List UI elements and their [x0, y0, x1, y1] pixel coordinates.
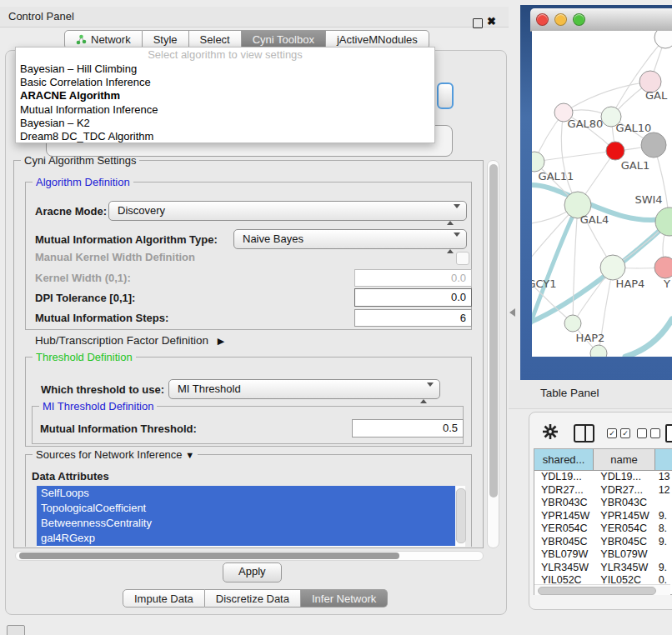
node-label-gal: GAL: [645, 89, 668, 102]
table-cell: YBL079W: [534, 548, 594, 562]
which-threshold-combo[interactable]: MI Threshold: [168, 379, 440, 399]
algorithm-option-basic-correlation-inference[interactable]: Basic Correlation Inference: [16, 76, 434, 89]
network-edge-thick[interactable]: [532, 222, 669, 324]
table-cell: YLR345W: [594, 562, 654, 575]
bottom-tab-infer-network[interactable]: Infer Network: [301, 589, 388, 608]
algorithm-option-mutual-information-inference[interactable]: Mutual Information Inference: [16, 103, 434, 117]
tab-label: Select: [200, 33, 230, 46]
column-header-name[interactable]: name: [594, 449, 654, 471]
node-gal1[interactable]: [606, 142, 624, 160]
attribute-item-selfloops[interactable]: SelfLoops: [37, 486, 455, 501]
table-row[interactable]: YBL079WYBL079W: [534, 548, 672, 562]
network-edge[interactable]: [573, 205, 578, 323]
node-gal11[interactable]: [532, 152, 544, 172]
scrollbar-thumb[interactable]: [19, 552, 399, 559]
collapsed-arrow-icon: ▶: [218, 336, 224, 346]
minimized-panel-icon[interactable]: [7, 625, 25, 635]
node-label-gal4: GAL4: [580, 213, 609, 226]
mi-steps-field[interactable]: 6: [354, 309, 472, 327]
network-graph[interactable]: GALGAL80GAL10GAL1GAL11GAL4SWI4GCY1HAP4YH…: [532, 31, 672, 357]
table-cell: YIL052C: [594, 574, 654, 584]
algorithm-option-bayesian-hill-climbing[interactable]: Bayesian – Hill Climbing: [16, 62, 434, 76]
tab-label: Discretize Data: [216, 592, 289, 605]
aracne-mode-label: Aracne Mode:: [35, 205, 107, 218]
zoom-window-button[interactable]: [573, 13, 585, 26]
close-icon[interactable]: ✖: [487, 15, 496, 28]
column-header-shared[interactable]: shared...: [534, 449, 594, 471]
close-window-button[interactable]: [536, 13, 549, 26]
data-attributes-label: Data Attributes: [32, 470, 109, 482]
dpi-tolerance-label: DPI Tolerance [0,1]:: [35, 292, 135, 304]
node-label-gcy1: GCY1: [532, 278, 557, 290]
sources-title-text: Sources for Network Inference: [36, 448, 183, 461]
apply-button[interactable]: Apply: [223, 562, 282, 582]
node-y[interactable]: [654, 257, 672, 278]
scrollbar-thumb[interactable]: [538, 587, 656, 595]
hub-definition-toggle[interactable]: Hub/Transcription Factor Definition ▶: [35, 334, 224, 347]
kernel-width-field[interactable]: 0.0: [354, 269, 472, 287]
table-cell: 9.: [655, 510, 672, 523]
export-table-icon[interactable]: [665, 424, 672, 442]
table-cell: 9.: [655, 562, 672, 575]
node-label-gal10: GAL10: [616, 122, 652, 134]
dpi-tolerance-field[interactable]: 0.0: [354, 288, 472, 307]
tab-label: Infer Network: [312, 592, 376, 605]
table-row[interactable]: YBR043CYBR043C: [534, 497, 672, 510]
settings-horizontal-scrollbar[interactable]: [15, 551, 484, 561]
mi-threshold-field[interactable]: 0.5: [352, 419, 464, 438]
table-row[interactable]: YIL052CYIL052C0.: [534, 574, 672, 584]
bottom-tab-impute-data[interactable]: Impute Data: [123, 589, 205, 608]
network-canvas[interactable]: GALGAL80GAL10GAL1GAL11GAL4SWI4GCY1HAP4YH…: [532, 31, 672, 357]
minimize-window-button[interactable]: [554, 13, 567, 26]
attribute-item-gal4rgexp[interactable]: gal4RGexp: [37, 531, 455, 546]
attributes-scrollbar[interactable]: [456, 488, 466, 543]
column-layout-icon[interactable]: [574, 424, 594, 442]
float-window-icon[interactable]: [473, 18, 483, 28]
mi-type-combo[interactable]: Naive Bayes: [233, 229, 467, 249]
node-label-gal11: GAL11: [539, 170, 574, 182]
node-hap4[interactable]: [600, 255, 625, 280]
node-label-swi4: SWI4: [634, 193, 662, 206]
column-header-a[interactable]: A: [655, 449, 672, 471]
scrollbar-thumb[interactable]: [489, 164, 498, 498]
network-edge[interactable]: [534, 151, 615, 162]
mi-steps-label: Mutual Information Steps:: [35, 312, 168, 324]
screen: Control Panel ✖ NetworkStyleSelectCyni T…: [0, 0, 672, 635]
tab-label: Impute Data: [134, 592, 193, 605]
mi-threshold-label: Mutual Information Threshold:: [40, 422, 197, 435]
bottom-tab-discretize-data[interactable]: Discretize Data: [205, 589, 301, 608]
aracne-mode-combo[interactable]: Discovery: [108, 201, 467, 221]
aracne-mode-value: Discovery: [118, 204, 165, 217]
data-attributes-list[interactable]: SelfLoopsTopologicalCoefficientBetweenne…: [37, 486, 465, 547]
table-row[interactable]: YER054CYER054C8.: [534, 522, 672, 536]
table-row[interactable]: YDR27...YDR27...12: [534, 484, 672, 498]
table-cell: YBR045C: [534, 536, 594, 549]
algorithm-option-dream8-dc-tdc-algorithm[interactable]: Dream8 DC_TDC Algorithm: [16, 130, 434, 143]
algorithm-option-aracne-algorithm[interactable]: ARACNE Algorithm: [16, 89, 434, 102]
attribute-item-betweennesscentrality[interactable]: BetweennessCentrality: [37, 516, 455, 531]
table-horizontal-scrollbar[interactable]: [534, 584, 670, 595]
select-all-checks-icon[interactable]: ✓✓: [607, 428, 630, 438]
attribute-item-topologicalcoefficient[interactable]: TopologicalCoefficient: [37, 501, 455, 516]
node-hap2[interactable]: [564, 315, 581, 332]
network-edge-thick[interactable]: [625, 319, 672, 357]
table-row[interactable]: YBR045CYBR045C9.: [534, 536, 672, 549]
node-unlabeled[interactable]: [654, 31, 672, 48]
table-row[interactable]: YLR345WYLR345W9.: [534, 562, 672, 575]
sources-group-title[interactable]: Sources for Network Inference ▼: [33, 448, 198, 461]
settings-vertical-scrollbar[interactable]: [487, 160, 499, 548]
node-label-gal1: GAL1: [621, 159, 649, 172]
control-panel-title: Control Panel: [8, 7, 74, 27]
algorithm-option-bayesian-k2[interactable]: Bayesian – K2: [16, 117, 434, 130]
table-row[interactable]: YPR145WYPR145W9.: [534, 510, 672, 523]
network-window-titlebar[interactable]: [530, 8, 672, 32]
manual-kernel-checkbox[interactable]: [456, 252, 469, 265]
expanded-arrow-icon: ▼: [185, 450, 194, 460]
deselect-all-checks-icon[interactable]: [637, 428, 660, 438]
hub-definition-label: Hub/Transcription Factor Definition: [35, 334, 208, 347]
split-divider-arrow-icon[interactable]: [509, 308, 515, 317]
table-cell: YDL19...: [534, 471, 594, 484]
node-unlabeled[interactable]: [641, 132, 666, 158]
gear-icon[interactable]: [542, 423, 559, 443]
table-row[interactable]: YDL19...YDL19...13: [534, 471, 672, 484]
